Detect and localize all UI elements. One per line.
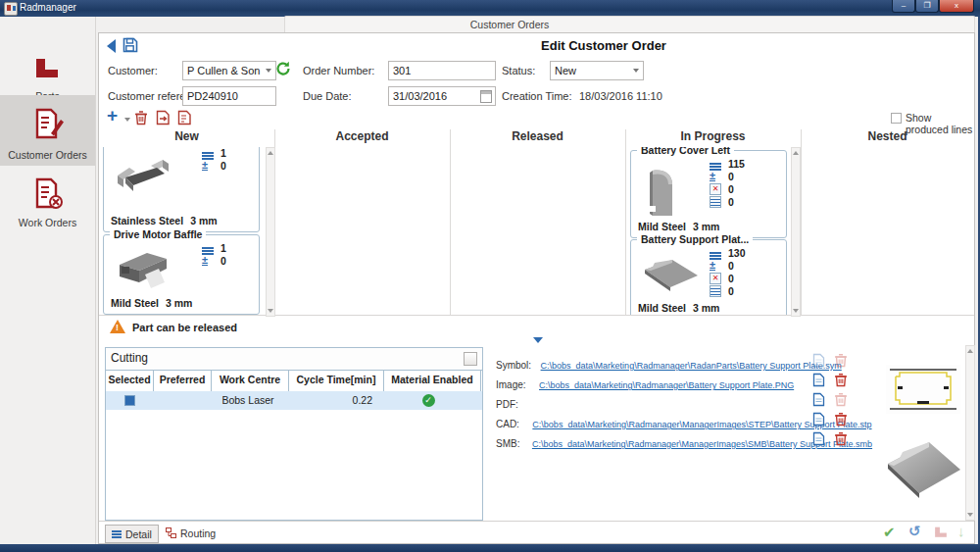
undo-icon[interactable]: ↺ <box>908 523 921 540</box>
file-label: SMB: <box>496 438 519 449</box>
column-header-nested: Nested <box>801 129 974 147</box>
column-header-new: New <box>99 129 274 147</box>
part-card-title: Battery Support Plat... <box>637 233 753 245</box>
part-thumbnail <box>639 163 686 220</box>
open-document-icon[interactable] <box>812 412 825 427</box>
import-line-icon[interactable] <box>156 110 171 125</box>
creation-time-value: 18/03/2016 11:10 <box>579 90 662 102</box>
file-link[interactable]: C:\bobs_data\Marketing\Radmanager\RadanP… <box>541 361 842 371</box>
scroll-down-icon[interactable] <box>793 309 799 313</box>
file-row-symbol: Symbol: C:\bobs_data\Marketing\Radmanage… <box>496 355 842 373</box>
expand-icon[interactable] <box>464 352 477 366</box>
material-enabled-icon: ✓ <box>422 394 435 407</box>
column-header-accepted: Accepted <box>274 129 450 147</box>
column-header-released: Released <box>450 129 625 147</box>
sidebar-item-customer-orders[interactable]: Customer Orders <box>0 95 95 166</box>
sidebar-item-work-orders[interactable]: Work Orders <box>0 169 95 231</box>
column-header-in-progress: In Progress <box>625 129 801 147</box>
new-column-scrollbar[interactable] <box>266 147 275 317</box>
part-card-stats: 130 ±0 ✕0 0 <box>710 246 764 297</box>
column-divider <box>450 129 451 315</box>
order-number-input[interactable] <box>388 61 496 80</box>
table-row[interactable]: Bobs Laser 0.22 ✓ <box>106 391 482 410</box>
column-selected[interactable]: Selected <box>106 370 154 391</box>
add-line-button[interactable]: + <box>107 108 122 124</box>
part-card-battery-support-plate[interactable]: Battery Support Plat... 130 ±0 ✕0 0 Mild… <box>630 239 787 315</box>
file-label: Image: <box>496 379 526 390</box>
customer-reference-input[interactable] <box>182 86 276 106</box>
customer-orders-tab-label: Customer Orders <box>431 19 588 30</box>
sidebar-item-parts[interactable]: Parts <box>0 44 95 101</box>
collapse-detail-icon[interactable] <box>533 337 543 343</box>
open-document-icon[interactable] <box>812 373 825 387</box>
file-label: PDF: <box>496 399 518 410</box>
delete-line-icon[interactable] <box>134 110 148 125</box>
back-button[interactable] <box>107 39 116 53</box>
part-thumbnail <box>112 247 174 292</box>
board-divider <box>99 315 974 316</box>
part-card-stats: 1 ±0 <box>202 241 253 267</box>
due-date-input[interactable]: 31/03/2016 <box>388 86 496 106</box>
column-material-enabled[interactable]: Material Enabled <box>384 370 481 391</box>
customer-orders-tab[interactable] <box>284 16 975 33</box>
part-card-drive-motor-baffle[interactable]: Drive Motor Baffle 1 ±0 Mild Steel3 mm <box>103 234 260 315</box>
open-document-icon[interactable] <box>812 392 825 407</box>
column-work-centre[interactable]: Work Centre <box>212 370 289 391</box>
customer-select[interactable]: P Cullen & Son <box>182 61 276 80</box>
scroll-up-icon[interactable] <box>268 151 273 155</box>
delete-file-icon[interactable] <box>834 373 848 387</box>
rejected-icon: ✕ <box>710 183 721 195</box>
due-date-label: Due Date: <box>303 90 352 102</box>
delete-file-icon[interactable] <box>834 412 848 427</box>
part-card-stats: 115 ±0 ✕0 0 <box>710 157 764 208</box>
tab-label: Routing <box>180 527 216 539</box>
list-icon <box>710 252 721 254</box>
edit-line-icon[interactable] <box>177 110 192 125</box>
scroll-up-icon[interactable] <box>967 349 973 353</box>
delete-file-icon[interactable] <box>834 431 848 446</box>
file-link[interactable]: C:\bobs_data\Marketing\Radmanager\Batter… <box>539 380 794 390</box>
tab-routing[interactable]: Routing <box>160 525 221 541</box>
warning-icon <box>110 320 125 333</box>
status-select[interactable]: New <box>550 61 644 80</box>
chevron-down-icon <box>266 69 271 73</box>
window-bottom-border <box>0 544 980 552</box>
in-progress-column-scrollbar[interactable] <box>791 147 801 317</box>
column-cycle-time[interactable]: Cycle Time[min] <box>289 370 384 391</box>
column-preferred[interactable]: Preferred <box>154 370 212 391</box>
selected-checkbox[interactable] <box>124 395 135 406</box>
nested-icon <box>710 285 721 297</box>
produced-icon: ± <box>202 255 208 266</box>
part-card-material: Mild Steel3 mm <box>638 221 726 232</box>
stat-value: 0 <box>220 255 226 267</box>
stat-value: 1 <box>220 147 226 159</box>
tab-detail[interactable]: Detail <box>105 525 159 543</box>
scroll-up-icon[interactable] <box>793 151 799 155</box>
column-divider <box>625 129 626 315</box>
close-button[interactable]: x <box>939 0 974 13</box>
minimize-button[interactable]: – <box>892 0 915 13</box>
refresh-icon[interactable] <box>275 61 291 76</box>
confirm-icon[interactable]: ✔ <box>883 524 896 541</box>
scroll-down-icon[interactable] <box>967 513 973 517</box>
calendar-icon[interactable] <box>480 90 492 103</box>
detail-panel-scrollbar[interactable] <box>965 345 975 521</box>
part-drawing-preview <box>886 365 960 414</box>
routing-icon <box>166 527 176 538</box>
part-card-chassis-base-panel[interactable]: Chassis Base Panel 1 ±0 Stainless Steel3… <box>103 147 260 232</box>
app-icon <box>4 2 18 16</box>
part-card-battery-cover-left[interactable]: Battery Cover Left 115 ±0 ✕0 0 Mild Stee… <box>630 150 787 238</box>
work-centre-cell: Bobs Laser <box>210 391 286 410</box>
part-thumbnail <box>639 254 704 299</box>
rejected-icon: ✕ <box>710 273 721 284</box>
show-produced-lines-checkbox[interactable] <box>891 113 902 124</box>
open-document-icon[interactable] <box>812 431 825 446</box>
maximize-button[interactable]: ❐ <box>915 0 939 13</box>
work-orders-icon <box>31 176 65 210</box>
scroll-down-icon[interactable] <box>268 309 273 313</box>
add-line-dropdown-icon[interactable] <box>124 118 130 122</box>
cutting-table-column-headers: Selected Preferred Work Centre Cycle Tim… <box>106 370 482 392</box>
save-icon[interactable] <box>122 37 138 53</box>
file-row-pdf: PDF: <box>496 394 527 412</box>
column-in-progress: Battery Cover Left 115 ±0 ✕0 0 Mild Stee… <box>627 147 790 315</box>
